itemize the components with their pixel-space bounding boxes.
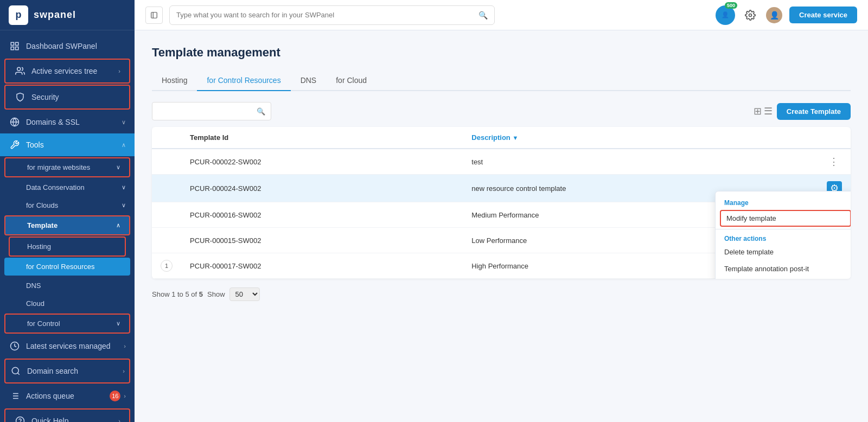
shield-icon [14,91,26,103]
svg-rect-18 [151,12,157,18]
toolbar-right: ⊞ ☰ Create Template [754,103,851,120]
clock-icon [9,340,21,352]
user-avatar[interactable]: 👤 [765,7,783,24]
sidebar-item-dns[interactable]: DNS [0,277,135,295]
logo-letter: p [16,9,22,21]
sidebar-item-data-conservation[interactable]: Data Conservation ∨ [0,178,135,196]
sidebar-item-domains-ssl[interactable]: Domains & SSL ∨ [0,111,135,133]
points-icon: 👤 [722,11,729,18]
data-conservation-label: Data Conservation [26,183,85,191]
page-body: Template management Hosting for Control … [135,30,868,422]
annotation-post-it-item[interactable]: Template annotation post-it [716,260,851,277]
tools-icon [9,139,21,151]
toolbar-row: 🔍 ⊞ ☰ Create Template [152,102,851,120]
topbar: 🔍 👤 500 👤 Create service [135,0,868,30]
settings-icon[interactable] [742,7,759,24]
tab-dns[interactable]: DNS [291,71,327,91]
table-header-row: Template Id Description ▼ [152,127,851,149]
filter-input-wrapper: 🔍 [152,102,271,120]
per-page-select[interactable]: 10 25 50 100 [229,287,260,301]
delete-template-item[interactable]: Delete template [716,244,851,260]
list-view-icon[interactable]: ☰ [764,105,773,117]
actions-chevron: › [124,393,126,399]
sidebar-item-actions-queue[interactable]: Actions queue 16 › [0,385,135,407]
th-actions [818,127,851,149]
pagination-row: Show 1 to 5 of 5 Show 10 25 50 100 [152,287,851,301]
row5-template-id: PCUR-000017-SW002 [181,253,463,279]
actions-badge: 16 [110,391,120,401]
sidebar-item-security[interactable]: Security [4,85,130,110]
search-input[interactable] [176,11,478,19]
svg-rect-1 [16,42,18,45]
sidebar-item-quick-help[interactable]: Quick Help › [4,408,130,422]
row1-actions: ⋮ [818,149,851,175]
sidebar-item-cloud[interactable]: Cloud [0,295,135,312]
th-num [152,127,181,149]
pagination-info: Show 1 to 5 of 5 [152,290,203,298]
cloud-label: Cloud [26,299,44,308]
row1-kebab-button[interactable]: ⋮ [827,156,841,168]
modify-template-item[interactable]: Modify template [720,210,851,227]
sidebar-item-migrate-websites[interactable]: for migrate websites ∨ [4,157,130,177]
tab-hosting[interactable]: Hosting [152,71,197,91]
sidebar-item-dashboard[interactable]: Dashboard SWPanel [0,35,135,57]
dns-label: DNS [26,282,41,290]
dropdown-popup: Manage Modify template Other actions Del… [715,191,851,279]
actions-queue-label: Actions queue [26,392,110,400]
sidebar-item-latest-services[interactable]: Latest services managed › [0,335,135,357]
migrate-websites-chevron: ∨ [116,164,120,171]
sidebar-item-domain-search[interactable]: Domain search › [4,359,130,383]
th-description[interactable]: Description ▼ [463,127,818,149]
page-title: Template management [152,46,851,60]
table-row: PCUR-000022-SW002 test ⋮ [152,149,851,175]
template-chevron: ∧ [116,222,120,229]
row1-template-id: PCUR-000022-SW002 [181,149,463,175]
logo-box: p [9,5,28,25]
template-label: Template [27,221,58,229]
view-toggle: ⊞ ☰ [754,105,773,117]
row4-num [152,228,181,253]
sidebar-item-template[interactable]: Template ∧ [4,215,130,235]
sidebar-item-tools[interactable]: Tools ∧ [0,133,135,156]
dashboard-label: Dashboard SWPanel [26,42,126,50]
filter-search-icon: 🔍 [257,107,265,116]
grid-view-icon[interactable]: ⊞ [754,105,762,117]
sidebar-item-for-control[interactable]: for Control ∨ [4,314,130,334]
active-services-chevron: › [118,68,120,74]
tab-for-control-resources[interactable]: for Control Resources [197,71,290,91]
other-actions-label: Other actions [716,232,851,244]
sidebar-item-for-control-resources[interactable]: for Control Resources [4,258,130,276]
queue-icon [9,390,21,402]
sidebar-toggle-button[interactable] [145,7,163,24]
sidebar: p swpanel Dashboard SWPanel Active servi… [0,0,135,422]
filter-input[interactable] [158,107,257,116]
templates-table: Template Id Description ▼ PCUR-000022-SW… [152,127,851,279]
row2-actions: ⚙ Manage Modify template Other actions D… [818,175,851,202]
sidebar-item-for-clouds[interactable]: for Clouds ∨ [0,196,135,214]
dropdown-divider [716,229,851,229]
table-container: Template Id Description ▼ PCUR-000022-SW… [152,127,851,279]
sidebar-item-hosting[interactable]: Hosting [9,236,126,257]
domains-chevron: ∨ [122,119,126,126]
main-content: 🔍 👤 500 👤 Create service Template manage… [135,0,868,422]
for-control-chevron: ∨ [116,320,120,327]
latest-services-chevron: › [124,343,126,349]
svg-rect-0 [11,42,14,45]
row3-template-id: PCUR-000016-SW002 [181,202,463,228]
table-row-highlighted: PCUR-000024-SW002 new resource control t… [152,175,851,202]
search-bar: 🔍 [169,5,495,25]
data-conservation-chevron: ∨ [122,184,126,191]
sidebar-item-active-services[interactable]: Active services tree › [4,59,130,84]
th-template-id[interactable]: Template Id [181,127,463,149]
points-badge[interactable]: 👤 500 [716,5,735,25]
domain-search-label: Domain search [27,367,123,375]
grid-icon [9,40,21,52]
svg-point-8 [12,367,18,374]
search-globe-icon [10,365,22,377]
tab-for-cloud[interactable]: for Cloud [326,71,376,91]
manage-label: Manage [716,196,851,208]
create-template-button[interactable]: Create Template [777,103,851,120]
tools-chevron: ∧ [122,142,126,149]
create-service-button[interactable]: Create service [789,7,857,23]
row1-num [152,149,181,175]
